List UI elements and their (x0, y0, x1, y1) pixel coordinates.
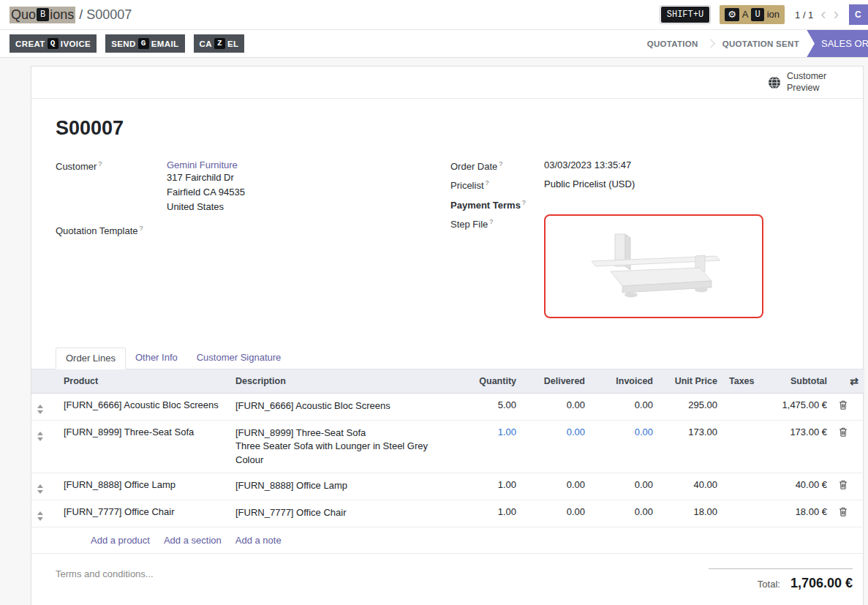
hotkey-overlay-z: Z (214, 38, 225, 49)
delete-row-icon[interactable] (839, 480, 848, 492)
customer-address-line3: United States (167, 200, 245, 214)
hotkey-overlay-u: U (751, 8, 763, 21)
taxes-cell[interactable] (723, 420, 763, 473)
button-text: IVOICE (61, 40, 91, 48)
cancel-button[interactable]: CA Z EL (194, 34, 245, 53)
button-text: SEND (111, 40, 136, 48)
taxes-cell[interactable] (723, 393, 763, 420)
payment-terms-label: Payment Terms? (450, 198, 544, 211)
invoiced-cell[interactable]: 0.00 (591, 473, 659, 500)
pager-previous-icon[interactable]: ‹ (820, 7, 826, 23)
quantity-cell[interactable]: 5.00 (453, 393, 522, 420)
delete-row-icon[interactable] (839, 400, 848, 412)
product-cell[interactable]: [FURN_6666] Acoustic Bloc Screens (58, 393, 230, 420)
field-step-file: Step File? (450, 217, 845, 318)
status-step-quotation[interactable]: QUOTATION (640, 40, 706, 48)
description-cell[interactable]: [FURN_8888] Office Lamp (230, 473, 453, 500)
order-date-field[interactable]: 03/03/2023 13:35:47 (544, 159, 631, 172)
delivered-cell[interactable]: 0.00 (522, 473, 591, 500)
tab-other-info[interactable]: Other Info (126, 347, 187, 369)
action-label-left: A (742, 9, 749, 20)
add-a-product-link[interactable]: Add a product (91, 535, 150, 546)
table-row[interactable]: [FURN_7777] Office Chair [FURN_7777] Off… (31, 500, 864, 527)
table-row[interactable]: [FURN_8888] Office Lamp [FURN_8888] Offi… (31, 473, 864, 500)
unit-price-cell[interactable]: 295.00 (659, 393, 723, 420)
add-a-section-link[interactable]: Add a section (164, 535, 222, 546)
invoiced-cell[interactable]: 0.00 (591, 393, 659, 420)
field-quotation-template: Quotation Template? (56, 224, 450, 236)
subtotal-cell: 1,475.00 € (763, 393, 833, 420)
description-cell[interactable]: [FURN_6666] Acoustic Bloc Screens (230, 393, 453, 420)
add-a-note-link[interactable]: Add a note (235, 535, 282, 546)
table-row[interactable]: [FURN_6666] Acoustic Bloc Screens [FURN_… (31, 393, 864, 420)
corner-button[interactable]: C (849, 4, 868, 25)
subtotal-cell: 173.00 € (763, 420, 833, 473)
drag-handle-icon[interactable] (37, 432, 43, 441)
delivered-cell[interactable]: 0.00 (522, 420, 591, 473)
table-row[interactable]: [FURN_8999] Three-Seat Sofa [FURN_8999] … (31, 420, 864, 473)
chevron-right-icon (706, 39, 715, 48)
optional-columns-icon[interactable]: ⇄ (850, 375, 858, 387)
customer-address-line2: Fairfield CA 94535 (167, 185, 245, 200)
drag-handle-icon[interactable] (37, 511, 43, 521)
field-group-right: Order Date? 03/03/2023 13:35:47 Pricelis… (450, 159, 845, 325)
quantity-cell[interactable]: 1.00 (453, 420, 522, 473)
drag-handle-icon[interactable] (37, 484, 43, 494)
total-value: 1,706.00 € (790, 576, 853, 591)
header-invoiced: Invoiced (591, 369, 659, 394)
control-panel: Quo B ions / S00007 SHIFT+U ⚙ A U ion 1 … (0, 0, 868, 30)
pricelist-field[interactable]: Public Pricelist (USD) (544, 179, 635, 191)
description-cell[interactable]: [FURN_7777] Office Chair (230, 500, 453, 527)
quantity-cell[interactable]: 1.00 (453, 473, 522, 500)
button-text: CREAT (15, 40, 45, 48)
delete-row-icon[interactable] (839, 427, 848, 439)
header-description: Description (230, 369, 453, 394)
step-file-3d-render (570, 225, 738, 307)
product-cell[interactable]: [FURN_8999] Three-Seat Sofa (58, 420, 230, 473)
drag-handle-icon[interactable] (37, 405, 43, 414)
order-lines-table: Product Description Quantity Delivered I… (31, 369, 864, 527)
help-icon: ? (489, 218, 493, 225)
description-cell[interactable]: [FURN_8999] Three-Seat Sofa Three Seater… (230, 420, 453, 473)
tab-customer-signature[interactable]: Customer Signature (187, 347, 291, 369)
sheet-footer: Terms and conditions... Total: 1,706.00 … (31, 554, 863, 591)
send-email-button[interactable]: SEND G EMAIL (105, 34, 184, 53)
status-step-quotation-sent[interactable]: QUOTATION SENT (715, 40, 807, 48)
unit-price-cell[interactable]: 40.00 (659, 473, 723, 500)
pager-value[interactable]: 1 / 1 (795, 10, 813, 20)
tab-order-lines[interactable]: Order Lines (56, 347, 126, 369)
action-buttons: CREAT Q IVOICE SEND G EMAIL CA Z EL (10, 34, 244, 53)
help-icon: ? (98, 160, 102, 168)
pager-next-icon[interactable]: › (834, 7, 839, 23)
action-menu-button[interactable]: ⚙ A U ion (720, 5, 785, 24)
breadcrumb-current: S00007 (86, 7, 132, 23)
header-delivered: Delivered (522, 369, 591, 394)
customer-link[interactable]: Gemini Furniture (167, 159, 238, 170)
button-text: EMAIL (151, 40, 179, 48)
help-icon: ? (140, 225, 143, 232)
create-invoice-button[interactable]: CREAT Q IVOICE (10, 34, 97, 53)
quantity-cell[interactable]: 1.00 (453, 500, 522, 527)
terms-and-conditions-field[interactable]: Terms and conditions... (56, 568, 154, 591)
breadcrumb-parent-link[interactable]: Quo B ions (10, 7, 75, 23)
customer-address-line1: 317 Fairchild Dr (167, 170, 245, 185)
field-group-left: Customer? Gemini Furniture 317 Fairchild… (56, 159, 450, 325)
unit-price-cell[interactable]: 173.00 (659, 420, 723, 473)
gear-icon: ⚙ (725, 8, 739, 21)
product-cell[interactable]: [FURN_8888] Office Lamp (58, 473, 230, 500)
status-step-sales-order[interactable]: SALES ORDER (807, 30, 868, 58)
order-date-label: Order Date? (450, 159, 544, 172)
product-cell[interactable]: [FURN_7777] Office Chair (58, 500, 230, 527)
taxes-cell[interactable] (723, 473, 763, 500)
pricelist-label: Pricelist? (450, 179, 544, 191)
taxes-cell[interactable] (723, 500, 763, 527)
delete-row-icon[interactable] (839, 507, 848, 519)
delivered-cell[interactable]: 0.00 (522, 500, 591, 527)
unit-price-cell[interactable]: 18.00 (659, 500, 723, 527)
delivered-cell[interactable]: 0.00 (522, 393, 591, 420)
statusbar: QUOTATION QUOTATION SENT SALES ORDER (640, 30, 868, 58)
invoiced-cell[interactable]: 0.00 (591, 500, 659, 527)
customer-preview-button[interactable]: Customer Preview (768, 71, 832, 94)
total-label: Total: (758, 579, 780, 590)
invoiced-cell[interactable]: 0.00 (591, 420, 659, 473)
